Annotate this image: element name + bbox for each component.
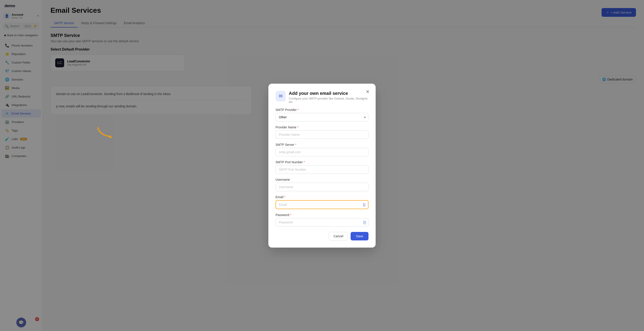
email-group: Email * ⟩| [276,195,368,209]
smtp-server-group: SMTP Server * [276,143,368,156]
email-field-wrapper: ⟩| [276,200,368,209]
provider-name-input[interactable] [276,130,368,139]
password-input[interactable] [276,218,368,227]
modal-close-button[interactable]: ✕ [364,88,371,95]
username-label: Username [276,178,368,181]
smtp-port-input[interactable] [276,165,368,174]
provider-name-group: Provider Name * [276,125,368,139]
password-toggle-icon[interactable]: ⟩| [363,220,366,225]
modal-footer: Cancel Save [276,232,368,240]
password-group: Password * ⟩| [276,213,368,227]
modal-subtitle: Configure your SMTP provider like Outloo… [289,97,368,104]
email-label: Email * [276,195,368,199]
smtp-server-input[interactable] [276,148,368,156]
add-email-service-modal: ✕ ✉ Add your own email service Configure… [268,84,376,248]
modal-overlay[interactable]: ✕ ✉ Add your own email service Configure… [0,0,644,331]
mail-icon: ✉ [276,91,286,102]
smtp-port-group: SMTP Port Number * [276,160,368,174]
username-group: Username [276,178,368,191]
modal-title: Add your own email service [289,91,368,96]
smtp-provider-group: SMTP Provider * Other Gmail Outlook Send… [276,108,368,121]
required-marker: * [304,160,305,164]
required-marker: * [284,195,285,199]
required-marker: * [298,108,299,112]
save-button[interactable]: Save [350,232,368,240]
email-connector-icon: ⟩| [363,202,365,207]
required-marker: * [297,125,298,129]
modal-header: ✉ Add your own email service Configure y… [276,91,368,104]
username-input[interactable] [276,183,368,191]
provider-name-label: Provider Name * [276,125,368,129]
smtp-server-label: SMTP Server * [276,143,368,147]
email-input[interactable] [276,201,368,209]
cancel-button[interactable]: Cancel [329,232,348,240]
password-label: Password * [276,213,368,217]
smtp-provider-select[interactable]: Other Gmail Outlook Sendgrid Mailgun SES [276,113,368,121]
smtp-port-label: SMTP Port Number * [276,160,368,164]
smtp-provider-label: SMTP Provider * [276,108,368,112]
required-marker: * [295,143,296,147]
required-marker: * [290,213,291,217]
